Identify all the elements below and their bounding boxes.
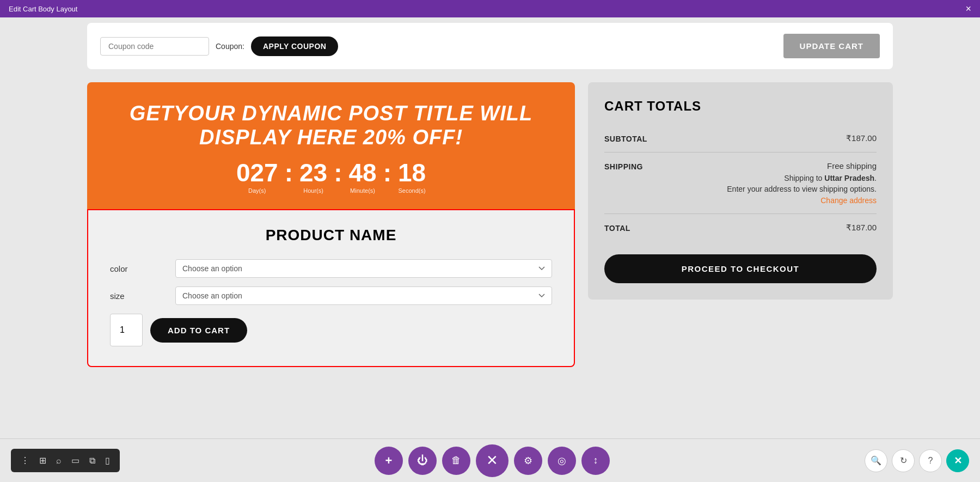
minutes-value: 48 [348,160,376,185]
refresh-button[interactable]: ↻ [892,449,915,472]
free-shipping-text: Free shipping [727,161,877,170]
add-to-cart-row: ADD TO CART [110,314,552,346]
coupon-row: Coupon: APPLY COUPON UPDATE CART [87,23,893,69]
delete-button[interactable]: 🗑 [442,447,470,475]
seconds-value: 18 [398,160,426,185]
days-value: 027 [236,160,278,185]
add-element-button[interactable]: + [375,447,403,475]
two-col: GETYOUR DYNAMIC POST TITLE WILL DISPLAY … [87,82,893,367]
sep-1: : [283,160,295,185]
top-bar: Edit Cart Body Layout × [0,0,980,17]
coupon-label: Coupon: [216,42,244,51]
size-select[interactable]: Choose an option [175,286,552,305]
subtotal-row: SUBTOTAL ₹187.00 [604,125,877,152]
product-widget: PRODUCT NAME color Choose an option size… [87,209,575,367]
center-tools: + ⏻ 🗑 ✕ ⚙ ◎ ↕ [375,444,610,477]
confirm-button[interactable]: ✕ [946,449,969,472]
promo-title: GETYOUR DYNAMIC POST TITLE WILL DISPLAY … [103,102,559,149]
total-key: TOTAL [604,223,630,233]
search-icon[interactable]: ⌕ [52,453,66,469]
main-content: Coupon: APPLY COUPON UPDATE CART GETYOUR… [0,17,980,367]
change-address-link[interactable]: Change address [820,196,877,205]
top-bar-title: Edit Cart Body Layout [9,5,77,13]
shipping-to-text: Shipping to Uttar Pradesh. [727,174,877,182]
color-row: color Choose an option [110,259,552,278]
shipping-row: SHIPPING Free shipping Shipping to Uttar… [604,152,877,214]
desktop-icon[interactable]: ▭ [67,452,84,469]
arrows-button[interactable]: ↕ [581,447,610,475]
total-value: ₹187.00 [846,223,877,233]
size-row: size Choose an option [110,286,552,305]
countdown-seconds: 18 Second(s) [398,160,426,194]
coupon-input[interactable] [100,37,209,56]
close-icon[interactable]: × [965,4,971,14]
zoom-button[interactable]: 🔍 [865,449,887,472]
quantity-input[interactable] [110,314,143,346]
countdown-hours: 23 Hour(s) [299,160,327,194]
seconds-label: Second(s) [398,187,425,194]
cart-totals-title: CART TOTALS [604,99,877,114]
menu-icon[interactable]: ⋮ [16,452,34,469]
right-tools: 🔍 ↻ ? ✕ [865,449,969,472]
coupon-left: Coupon: APPLY COUPON [100,36,338,56]
left-tools: ⋮ ⊞ ⌕ ▭ ⧉ ▯ [11,449,120,472]
product-name: PRODUCT NAME [110,227,552,244]
shipping-key: SHIPPING [604,161,643,171]
shipping-enter-text: Enter your address to view shipping opti… [727,185,877,193]
tablet-icon[interactable]: ⧉ [85,453,100,469]
settings-button[interactable]: ⚙ [514,447,542,475]
proceed-to-checkout-button[interactable]: PROCEED TO CHECKOUT [604,254,877,283]
bottom-toolbar: ⋮ ⊞ ⌕ ▭ ⧉ ▯ + ⏻ 🗑 ✕ ⚙ ◎ ↕ 🔍 ↻ ? ✕ [0,438,980,482]
subtotal-key: SUBTOTAL [604,133,647,143]
countdown-row: 027 Day(s) : 23 Hour(s) : 48 Minute(s) : [103,160,559,194]
update-cart-button[interactable]: UPDATE CART [783,34,880,58]
apply-coupon-button[interactable]: APPLY COUPON [251,36,338,56]
circle-button[interactable]: ◎ [548,447,576,475]
grid-icon[interactable]: ⊞ [35,452,51,469]
minutes-label: Minute(s) [350,187,375,194]
days-label: Day(s) [248,187,266,194]
subtotal-value: ₹187.00 [846,133,877,143]
cart-totals-panel: CART TOTALS SUBTOTAL ₹187.00 SHIPPING Fr… [588,82,893,300]
sep-3: : [381,160,394,185]
countdown-minutes: 48 Minute(s) [348,160,376,194]
add-to-cart-button[interactable]: ADD TO CART [150,318,247,343]
size-label: size [110,291,175,301]
shipping-value: Free shipping Shipping to Uttar Pradesh.… [727,161,877,205]
mobile-icon[interactable]: ▯ [101,452,114,469]
sep-2: : [332,160,344,185]
power-button[interactable]: ⏻ [408,447,437,475]
help-button[interactable]: ? [919,449,942,472]
promo-banner: GETYOUR DYNAMIC POST TITLE WILL DISPLAY … [87,82,575,209]
hours-label: Hour(s) [303,187,323,194]
total-row: TOTAL ₹187.00 [604,214,877,241]
color-label: color [110,264,175,273]
countdown-days: 027 Day(s) [236,160,278,194]
hours-value: 23 [299,160,327,185]
color-select[interactable]: Choose an option [175,259,552,278]
left-column: GETYOUR DYNAMIC POST TITLE WILL DISPLAY … [87,82,575,367]
close-button[interactable]: ✕ [476,444,509,477]
